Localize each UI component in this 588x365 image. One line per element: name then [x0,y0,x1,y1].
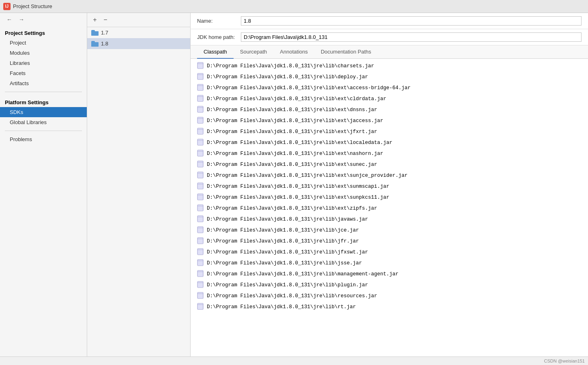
jar-icon-wrapper [197,259,204,267]
svg-rect-75 [197,227,203,233]
jar-icon [197,127,204,135]
classpath-path: D:\Program Files\Java\jdk1.8.0_131\jre\l… [207,85,411,91]
classpath-item: D:\Program Files\Java\jdk1.8.0_131\jre\l… [191,126,588,137]
sidebar-item-modules[interactable]: Modules [0,48,87,58]
jar-icon-wrapper [197,127,204,136]
sdk-item-sdk-17[interactable]: 1.7 [87,27,190,38]
jar-icon [197,215,204,222]
classpath-item: D:\Program Files\Java\jdk1.8.0_131\jre\l… [191,279,588,290]
title-text: Project Structure [13,3,52,9]
sidebar: ← → Project Settings Project Modules Lib… [0,13,87,356]
platform-settings-header: Platform Settings [0,95,87,107]
tab-annotations[interactable]: Annotations [273,45,314,59]
jar-icon-wrapper [197,215,204,223]
jar-icon [197,270,204,277]
jar-icon [197,248,204,255]
svg-rect-65 [197,205,203,211]
jar-icon-wrapper [197,149,204,158]
classpath-path: D:\Program Files\Java\jdk1.8.0_131\jre\l… [207,282,368,288]
name-row: Name: [191,13,588,29]
classpath-item: D:\Program Files\Java\jdk1.8.0_131\jre\l… [191,148,588,159]
sidebar-item-sdks[interactable]: SDKs [0,107,87,117]
jar-icon-wrapper [197,182,204,191]
jar-icon-wrapper [197,116,204,125]
remove-sdk-button[interactable]: − [101,15,110,24]
jar-icon-wrapper [197,73,204,81]
classpath-path: D:\Program Files\Java\jdk1.8.0_131\jre\l… [207,151,383,157]
sidebar-item-artifacts[interactable]: Artifacts [0,78,87,88]
jar-icon-wrapper [197,281,204,289]
classpath-path: D:\Program Files\Java\jdk1.8.0_131\jre\l… [207,217,368,222]
classpath-path: D:\Program Files\Java\jdk1.8.0_131\jre\l… [207,293,377,299]
classpath-path: D:\Program Files\Java\jdk1.8.0_131\jre\l… [207,96,386,102]
classpath-item: D:\Program Files\Java\jdk1.8.0_131\jre\l… [191,268,588,279]
svg-rect-95 [197,271,203,277]
svg-rect-15 [197,95,203,101]
jar-icon [197,149,204,157]
svg-rect-35 [197,139,203,145]
svg-rect-85 [197,249,203,255]
jar-icon [197,204,204,211]
classpath-path: D:\Program Files\Java\jdk1.8.0_131\jre\l… [207,195,389,200]
svg-rect-10 [197,84,203,90]
classpath-item: D:\Program Files\Java\jdk1.8.0_131\jre\l… [191,192,588,203]
classpath-item: D:\Program Files\Java\jdk1.8.0_131\jre\l… [191,290,588,301]
name-input[interactable] [241,16,582,26]
classpath-path: D:\Program Files\Java\jdk1.8.0_131\jre\l… [207,304,356,310]
classpath-item: D:\Program Files\Java\jdk1.8.0_131\jre\l… [191,71,588,82]
svg-rect-55 [197,183,203,189]
tab-classpath[interactable]: Classpath [197,45,234,59]
classpath-path: D:\Program Files\Java\jdk1.8.0_131\jre\l… [207,206,377,211]
sdk-list: 1.71.8 [87,27,190,356]
svg-rect-100 [197,281,203,288]
classpath-item: D:\Program Files\Java\jdk1.8.0_131\jre\l… [191,159,588,170]
classpath-item: D:\Program Files\Java\jdk1.8.0_131\jre\l… [191,115,588,126]
tab-docpaths[interactable]: Documentation Paths [314,45,378,59]
jdk-path-row: JDK home path: [191,29,588,45]
jar-icon-wrapper [197,138,204,147]
jar-icon-wrapper [197,204,204,213]
sidebar-item-project[interactable]: Project [0,38,87,48]
svg-rect-25 [197,117,203,123]
sdk-label: 1.8 [101,41,108,47]
classpath-list: D:\Program Files\Java\jdk1.8.0_131\jre\l… [191,59,588,356]
jar-icon-wrapper [197,292,204,300]
add-sdk-button[interactable]: + [90,15,99,24]
classpath-path: D:\Program Files\Java\jdk1.8.0_131\jre\l… [207,162,377,167]
jar-icon-wrapper [197,94,204,103]
sidebar-item-problems[interactable]: Problems [0,134,87,144]
svg-rect-60 [197,194,203,200]
svg-rect-90 [197,260,203,266]
classpath-path: D:\Program Files\Java\jdk1.8.0_131\jre\l… [207,271,399,277]
classpath-path: D:\Program Files\Java\jdk1.8.0_131\jre\l… [207,63,374,69]
tabs-bar: ClasspathSourcepathAnnotationsDocumentat… [191,45,588,59]
project-settings-header: Project Settings [0,26,87,38]
sidebar-separator-2 [5,131,82,131]
jar-icon [197,281,204,288]
jar-icon [197,193,204,200]
back-arrow[interactable]: ← [5,15,14,24]
sdk-item-sdk-18[interactable]: 1.8 [87,38,190,49]
sidebar-item-facets[interactable]: Facets [0,68,87,78]
classpath-path: D:\Program Files\Java\jdk1.8.0_131\jre\l… [207,74,368,80]
classpath-item: D:\Program Files\Java\jdk1.8.0_131\jre\l… [191,137,588,148]
classpath-item: D:\Program Files\Java\jdk1.8.0_131\jre\l… [191,258,588,268]
jar-icon-wrapper [197,171,204,180]
sidebar-separator [5,92,82,92]
forward-arrow[interactable]: → [17,15,26,24]
jdk-path-label: JDK home path: [197,34,238,40]
classpath-item: D:\Program Files\Java\jdk1.8.0_131\jre\l… [191,93,588,104]
jar-icon-wrapper [197,270,204,278]
tab-sourcepath[interactable]: Sourcepath [234,45,274,59]
center-panel: + − 1.71.8 [87,13,191,356]
jar-icon-wrapper [197,248,204,256]
classpath-item: D:\Program Files\Java\jdk1.8.0_131\jre\l… [191,82,588,93]
svg-rect-80 [197,238,203,244]
folder-icon [91,41,99,47]
jar-icon [197,62,204,69]
jar-icon-wrapper [197,160,204,169]
jar-icon [197,259,204,266]
sidebar-item-libraries[interactable]: Libraries [0,58,87,68]
sidebar-item-global-libraries[interactable]: Global Libraries [0,117,87,127]
jdk-path-input[interactable] [241,32,582,42]
